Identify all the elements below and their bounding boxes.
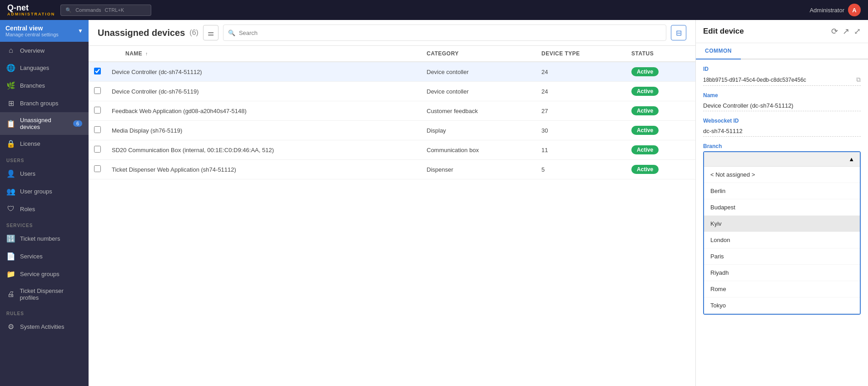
panel-tabs: COMMON <box>696 43 868 59</box>
row-checkbox-cell[interactable] <box>89 62 106 82</box>
field-websocket-label: Websocket ID <box>703 118 861 124</box>
row-category: Device contoller <box>421 62 536 82</box>
table-row: Media Display (sh76-5119) Display 30 Act… <box>89 121 695 140</box>
columns-toggle-button[interactable]: ⊟ <box>671 25 686 40</box>
branch-option[interactable]: < Not assigned > <box>704 167 860 183</box>
filter-icon: ⚌ <box>208 29 214 37</box>
row-device-type: 24 <box>536 62 626 82</box>
branch-selected[interactable]: ▲ <box>704 152 860 166</box>
chevron-down-icon: ▼ <box>78 28 83 34</box>
copy-icon[interactable]: ⧉ <box>856 76 861 84</box>
row-checkbox[interactable] <box>94 87 101 94</box>
branch-option[interactable]: Tokyo <box>704 297 860 314</box>
user-groups-icon: 👥 <box>6 187 15 196</box>
branch-option[interactable]: Paris <box>704 248 860 265</box>
topbar-left: Q-net ADMINISTRATION 🔍 Commands CTRL+K <box>7 4 151 16</box>
field-name-value: Device Controller (dc-sh74-51112) <box>703 100 861 111</box>
devices-table: NAME ↑ CATEGORY DEVICE TYPE STATUS Devic… <box>89 46 695 179</box>
search-input[interactable] <box>239 30 661 36</box>
sidebar-item-languages[interactable]: 🌐 Languages <box>0 59 89 77</box>
main-layout: Central view Manage central settings ▼ ⌂… <box>0 20 868 386</box>
sidebar-item-users[interactable]: 👤 Users <box>0 165 89 183</box>
table-row: Ticket Dispenser Web Application (sh74-5… <box>89 160 695 179</box>
service-groups-icon: 📁 <box>6 270 15 278</box>
sidebar-item-overview[interactable]: ⌂ Overview <box>0 42 89 59</box>
search-wrap[interactable]: 🔍 <box>223 25 666 41</box>
sidebar-item-roles[interactable]: 🛡 Roles <box>0 200 89 218</box>
history-icon[interactable]: ⟳ <box>831 26 838 36</box>
row-checkbox[interactable] <box>94 146 101 153</box>
row-checkbox[interactable] <box>94 126 101 133</box>
content-area: Unassigned devices (6) ⚌ 🔍 ⊟ NAME <box>89 20 695 386</box>
row-checkbox-cell[interactable] <box>89 82 106 101</box>
branch-option[interactable]: London <box>704 232 860 248</box>
branches-icon: 🌿 <box>6 81 15 90</box>
sidebar-item-label: Users <box>20 170 35 177</box>
sidebar-item-services[interactable]: 📄 Services <box>0 247 89 265</box>
sidebar-item-label: Service groups <box>20 271 60 277</box>
avatar: A <box>848 4 861 16</box>
branch-option[interactable]: Kyiv <box>704 216 860 232</box>
branch-option[interactable]: Riyadh <box>704 265 860 281</box>
sidebar-item-ticket-numbers[interactable]: 🔢 Ticket numbers <box>0 230 89 247</box>
expand-icon[interactable]: ⤢ <box>854 26 861 36</box>
central-view-title: Central view <box>5 25 59 32</box>
row-checkbox[interactable] <box>94 165 101 172</box>
branch-option[interactable]: Rome <box>704 281 860 297</box>
row-device-type: 30 <box>536 121 626 140</box>
sidebar-item-branch-groups[interactable]: ⊞ Branch groups <box>0 94 89 112</box>
command-search[interactable]: 🔍 Commands CTRL+K <box>60 5 151 16</box>
status-badge: Active <box>631 126 659 135</box>
sidebar-item-label: Branch groups <box>20 100 59 107</box>
overview-icon: ⌂ <box>6 46 15 54</box>
sidebar-item-label: System Activities <box>20 323 64 330</box>
share-icon[interactable]: ↗ <box>843 26 849 36</box>
branch-dropdown[interactable]: ▲ < Not assigned >BerlinBudapestKyivLond… <box>703 151 861 315</box>
row-checkbox-cell[interactable] <box>89 140 106 160</box>
sidebar-item-user-groups[interactable]: 👥 User groups <box>0 183 89 200</box>
row-checkbox[interactable] <box>94 68 101 74</box>
row-checkbox-cell[interactable] <box>89 160 106 179</box>
sidebar-central-view[interactable]: Central view Manage central settings ▼ <box>0 20 89 42</box>
license-icon: 🔒 <box>6 139 15 148</box>
unassigned-badge: 6 <box>73 120 82 127</box>
sidebar-item-branches[interactable]: 🌿 Branches <box>0 77 89 94</box>
logo-text: Q-net <box>7 4 55 12</box>
chevron-up-icon: ▲ <box>848 156 854 163</box>
row-checkbox[interactable] <box>94 107 101 114</box>
page-count: (6) <box>189 29 198 37</box>
row-category: Customer feedback <box>421 101 536 121</box>
select-all-header <box>89 46 106 62</box>
sidebar-item-ticket-dispenser-profiles[interactable]: 🖨 Ticket Dispenser profiles <box>0 283 89 306</box>
branch-option[interactable]: Budapest <box>704 199 860 216</box>
sidebar-item-license[interactable]: 🔒 License <box>0 135 89 153</box>
row-name: Feedback Web Application (gd08-a20h40s47… <box>106 101 421 121</box>
sort-icon: ↑ <box>145 51 148 56</box>
table-row: Feedback Web Application (gd08-a20h40s47… <box>89 101 695 121</box>
col-device-type: DEVICE TYPE <box>536 46 626 62</box>
field-branch: Branch ▲ < Not assigned >BerlinBudapestK… <box>703 143 861 315</box>
section-rules: RULES <box>0 306 89 318</box>
row-category: Dispenser <box>421 160 536 179</box>
row-checkbox-cell[interactable] <box>89 101 106 121</box>
topbar: Q-net ADMINISTRATION 🔍 Commands CTRL+K A… <box>0 0 868 20</box>
ticket-dispenser-icon: 🖨 <box>6 290 15 298</box>
branch-option[interactable]: Berlin <box>704 183 860 199</box>
sidebar-item-unassigned-devices[interactable]: 📋 Unassigned devices 6 <box>0 112 89 135</box>
row-device-type: 24 <box>536 82 626 101</box>
user-name: Administrator <box>809 7 844 14</box>
sidebar-item-service-groups[interactable]: 📁 Service groups <box>0 265 89 283</box>
row-checkbox-cell[interactable] <box>89 121 106 140</box>
row-status: Active <box>626 101 695 121</box>
right-panel-header: Edit device ⟳ ↗ ⤢ <box>696 20 868 43</box>
row-device-type: 11 <box>536 140 626 160</box>
row-status: Active <box>626 82 695 101</box>
row-name: Device Controller (dc-sh76-5119) <box>106 82 421 101</box>
sidebar-item-system-activities[interactable]: ⚙ System Activities <box>0 318 89 336</box>
row-name: Device Controller (dc-sh74-51112) <box>106 62 421 82</box>
filter-button[interactable]: ⚌ <box>203 25 218 40</box>
tab-common[interactable]: COMMON <box>696 43 741 59</box>
right-panel-title: Edit device <box>703 27 744 36</box>
row-category: Device contoller <box>421 82 536 101</box>
row-device-type: 27 <box>536 101 626 121</box>
